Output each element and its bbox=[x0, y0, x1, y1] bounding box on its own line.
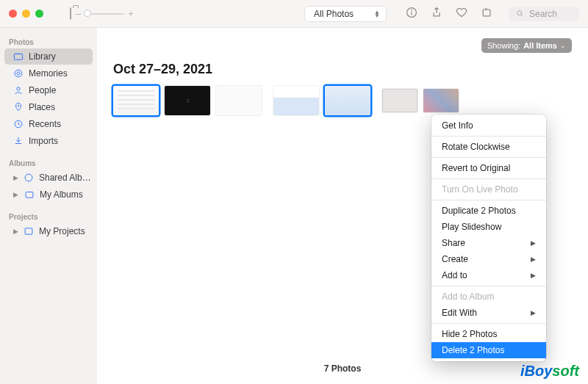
svg-rect-14 bbox=[26, 192, 33, 198]
sidebar-item-places[interactable]: Places bbox=[4, 99, 93, 115]
disclosure-icon[interactable]: ▶ bbox=[13, 191, 19, 198]
photo-thumbnail[interactable] bbox=[325, 86, 370, 115]
menu-separator bbox=[431, 157, 546, 158]
svg-point-4 bbox=[517, 10, 522, 15]
sidebar-section-photos: Photos bbox=[0, 34, 97, 48]
menu-item-slideshow[interactable]: Play Slideshow bbox=[431, 219, 546, 235]
zoom-slider[interactable] bbox=[85, 13, 123, 15]
menu-item-add-album: Add to Album bbox=[431, 289, 546, 305]
svg-rect-7 bbox=[15, 53, 21, 54]
menu-item-edit-with[interactable]: Edit With▶ bbox=[431, 305, 546, 321]
sidebar-item-my-projects[interactable]: ▶ My Projects bbox=[4, 223, 93, 239]
sidebar-section-albums: Albums bbox=[0, 155, 97, 169]
search-placeholder: Search bbox=[529, 9, 557, 19]
menu-item-revert[interactable]: Revert to Original bbox=[431, 160, 546, 176]
library-icon bbox=[13, 51, 24, 62]
search-field[interactable]: Search bbox=[509, 7, 579, 21]
sidebar-item-people[interactable]: People bbox=[4, 82, 93, 98]
toolbar-actions bbox=[406, 7, 492, 21]
photo-thumbnail[interactable] bbox=[165, 86, 210, 115]
sidebar-section-projects: Projects bbox=[0, 209, 97, 222]
disclosure-icon[interactable]: ▶ bbox=[13, 228, 18, 235]
menu-separator bbox=[431, 323, 546, 324]
showing-filter-button[interactable]: Showing: All Items ⌄ bbox=[481, 38, 572, 53]
places-icon bbox=[13, 102, 24, 112]
info-icon[interactable] bbox=[406, 7, 417, 21]
thumbnail-row bbox=[113, 86, 572, 115]
svg-point-10 bbox=[17, 87, 20, 90]
photo-thumbnail[interactable] bbox=[113, 86, 159, 115]
people-icon bbox=[13, 85, 24, 95]
chevron-right-icon: ▶ bbox=[531, 272, 536, 279]
menu-item-add-to[interactable]: Add to▶ bbox=[431, 267, 546, 283]
menu-item-get-info[interactable]: Get Info bbox=[431, 117, 546, 134]
sidebar: Photos Library Memories People Places Re… bbox=[0, 28, 97, 384]
zoom-controls: – + bbox=[70, 8, 134, 19]
menu-item-rotate[interactable]: Rotate Clockwise bbox=[431, 139, 546, 155]
rotate-icon[interactable] bbox=[481, 7, 492, 21]
svg-point-2 bbox=[412, 10, 412, 10]
svg-rect-3 bbox=[483, 10, 490, 16]
projects-icon bbox=[24, 226, 34, 236]
titlebar: – + All Photos ▲▼ Search bbox=[0, 0, 588, 28]
watermark: iBoysoft bbox=[520, 363, 579, 380]
memories-icon bbox=[13, 68, 24, 79]
sidebar-item-shared-albums[interactable]: ▶ Shared Alb… bbox=[4, 170, 93, 186]
zoom-out-button[interactable]: – bbox=[76, 8, 81, 19]
sidebar-item-recents[interactable]: Recents bbox=[4, 116, 93, 132]
recents-icon bbox=[13, 119, 24, 129]
menu-item-duplicate[interactable]: Duplicate 2 Photos bbox=[431, 203, 546, 219]
chevron-right-icon: ▶ bbox=[531, 239, 536, 247]
menu-item-live-photo: Turn On Live Photo bbox=[431, 181, 546, 198]
menu-item-hide[interactable]: Hide 2 Photos bbox=[431, 326, 546, 342]
menu-separator bbox=[431, 178, 546, 179]
sidebar-item-memories[interactable]: Memories bbox=[4, 65, 93, 81]
menu-item-create[interactable]: Create▶ bbox=[431, 251, 546, 267]
disclosure-icon[interactable]: ▶ bbox=[13, 174, 18, 181]
photo-thumbnail[interactable] bbox=[423, 89, 459, 112]
menu-separator bbox=[431, 200, 546, 200]
sidebar-item-library[interactable]: Library bbox=[4, 48, 93, 65]
sidebar-item-imports[interactable]: Imports bbox=[4, 133, 93, 149]
imports-icon bbox=[13, 136, 24, 146]
chevron-down-icon: ⌄ bbox=[560, 42, 566, 49]
svg-rect-6 bbox=[14, 54, 22, 60]
zoom-in-button[interactable]: + bbox=[128, 8, 134, 19]
sidebar-item-my-albums[interactable]: ▶ My Albums bbox=[4, 186, 93, 203]
window-controls bbox=[9, 10, 43, 18]
svg-point-13 bbox=[25, 174, 32, 181]
svg-rect-15 bbox=[25, 228, 32, 234]
photo-thumbnail[interactable] bbox=[216, 86, 262, 115]
fullscreen-window-button[interactable] bbox=[35, 10, 43, 18]
albums-icon bbox=[24, 189, 35, 200]
minimize-window-button[interactable] bbox=[22, 10, 30, 18]
chevron-right-icon: ▶ bbox=[531, 256, 536, 263]
menu-item-share[interactable]: Share▶ bbox=[431, 235, 546, 251]
close-window-button[interactable] bbox=[9, 10, 17, 18]
chevron-right-icon: ▶ bbox=[531, 309, 536, 316]
svg-point-8 bbox=[15, 70, 22, 77]
footer-count: 7 Photos bbox=[97, 363, 588, 374]
favorite-icon[interactable] bbox=[456, 7, 467, 21]
menu-separator bbox=[431, 136, 546, 137]
search-icon bbox=[516, 10, 525, 18]
share-icon[interactable] bbox=[431, 7, 442, 21]
svg-point-11 bbox=[18, 105, 19, 106]
library-filter-popup[interactable]: All Photos ▲▼ bbox=[304, 6, 387, 22]
svg-point-9 bbox=[17, 72, 20, 75]
shared-icon bbox=[24, 173, 34, 183]
filter-label: All Photos bbox=[314, 9, 354, 19]
photo-thumbnail[interactable] bbox=[382, 89, 417, 112]
aspect-icon[interactable] bbox=[70, 8, 71, 19]
menu-item-delete[interactable]: Delete 2 Photos bbox=[431, 342, 546, 358]
content-area: Showing: All Items ⌄ Oct 27–29, 2021 Get… bbox=[97, 28, 588, 384]
svg-line-5 bbox=[521, 15, 523, 16]
photo-thumbnail[interactable] bbox=[273, 86, 319, 115]
chevron-updown-icon: ▲▼ bbox=[374, 10, 380, 18]
menu-separator bbox=[431, 286, 546, 286]
context-menu: Get Info Rotate Clockwise Revert to Orig… bbox=[431, 115, 546, 361]
date-heading: Oct 27–29, 2021 bbox=[113, 62, 572, 77]
